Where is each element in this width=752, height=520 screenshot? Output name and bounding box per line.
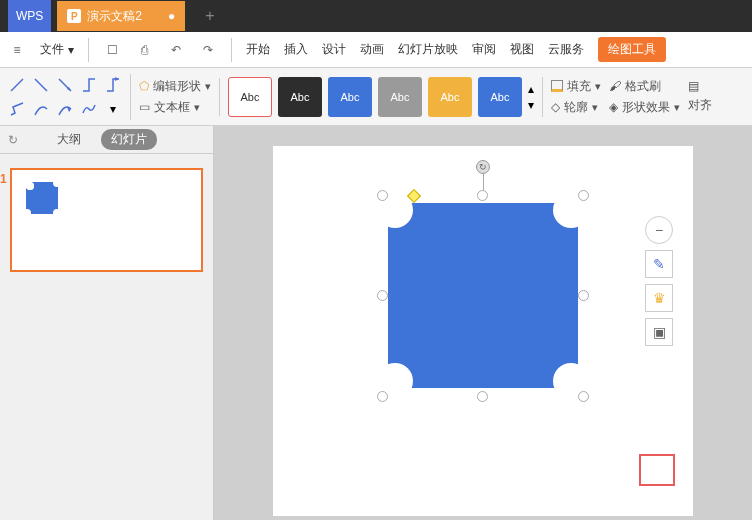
tab-design[interactable]: 设计 — [322, 41, 346, 58]
tab-outline[interactable]: 大纲 — [57, 131, 81, 148]
tab-slides[interactable]: 幻灯片 — [101, 129, 157, 150]
gallery-scroll[interactable]: ▴▾ — [528, 82, 534, 112]
shape-tool-button[interactable]: ♛ — [645, 284, 673, 312]
menubar: ≡ 文件 ▾ ☐ ⎙ ↶ ↷ 开始 插入 设计 动画 幻灯片放映 审阅 视图 云… — [0, 32, 752, 68]
print-icon[interactable]: ⎙ — [135, 41, 153, 59]
align-group: ▤ 对齐 — [688, 79, 712, 114]
save-icon[interactable]: ☐ — [103, 41, 121, 59]
separator — [88, 38, 89, 62]
edit-shape-group: ⬠编辑形状 ▾ ▭文本框 ▾ — [139, 78, 220, 116]
unsaved-dot-icon: ● — [168, 9, 175, 23]
resize-handle-br[interactable] — [578, 391, 589, 402]
shape-style-gallery: Abc Abc Abc Abc Abc Abc ▴▾ — [228, 77, 543, 117]
layers-button[interactable]: ▣ — [645, 318, 673, 346]
svg-line-0 — [11, 79, 23, 91]
resize-handle-tl[interactable] — [377, 190, 388, 201]
fill-button[interactable]: 填充 ▾ — [551, 78, 601, 95]
style-preset-4[interactable]: Abc — [378, 77, 422, 117]
tab-home[interactable]: 开始 — [246, 41, 270, 58]
svg-line-1 — [35, 79, 47, 91]
ribbon-toolbar: ▾ ⬠编辑形状 ▾ ▭文本框 ▾ Abc Abc Abc Abc Abc Abc… — [0, 68, 752, 126]
panel-tabs: ↻ 大纲 幻灯片 — [0, 126, 213, 154]
presentation-icon: P — [67, 9, 81, 23]
style-preset-2[interactable]: Abc — [278, 77, 322, 117]
document-tab[interactable]: P 演示文稿2 ● — [57, 1, 185, 31]
tab-label: 演示文稿2 — [87, 8, 142, 25]
rotation-handle[interactable]: ↻ — [476, 160, 490, 174]
resize-handle-bl[interactable] — [377, 391, 388, 402]
pen-tool-button[interactable]: ✎ — [645, 250, 673, 278]
style-preset-6[interactable]: Abc — [478, 77, 522, 117]
tab-view[interactable]: 视图 — [510, 41, 534, 58]
tab-animation[interactable]: 动画 — [360, 41, 384, 58]
format-group: 填充 ▾ ◇轮廓 ▾ — [551, 78, 601, 116]
workspace: ↻ 大纲 幻灯片 1 ↻ — [0, 126, 752, 520]
refresh-icon[interactable]: ↻ — [8, 133, 18, 147]
shape-effects-button[interactable]: ◈形状效果 ▾ — [609, 99, 680, 116]
textbox-icon: ▭ — [139, 100, 150, 114]
tab-review[interactable]: 审阅 — [472, 41, 496, 58]
tab-slideshow[interactable]: 幻灯片放映 — [398, 41, 458, 58]
separator — [231, 38, 232, 62]
new-tab-button[interactable]: + — [205, 7, 214, 25]
fill-icon — [551, 80, 563, 92]
chevron-down-icon: ▾ — [68, 43, 74, 57]
resize-handle-tr[interactable] — [578, 190, 589, 201]
tab-drawing-tools[interactable]: 绘图工具 — [598, 37, 666, 62]
thumbnail-shape — [26, 182, 58, 214]
resize-handle-t[interactable] — [477, 190, 488, 201]
collapse-button[interactable]: − — [645, 216, 673, 244]
align-icon: ▤ — [688, 79, 699, 93]
resize-handle-b[interactable] — [477, 391, 488, 402]
chevron-up-icon[interactable]: ▴ — [528, 82, 534, 96]
tab-cloud[interactable]: 云服务 — [548, 41, 584, 58]
gallery-more-icon[interactable]: ▾ — [102, 98, 124, 120]
effects-icon: ◈ — [609, 100, 618, 114]
undo-icon[interactable]: ↶ — [167, 41, 185, 59]
snip-corner-rectangle[interactable] — [388, 203, 578, 388]
svg-marker-4 — [115, 77, 119, 81]
format-painter-button[interactable]: 🖌格式刷 — [609, 78, 680, 95]
hamburger-icon[interactable]: ≡ — [8, 41, 26, 59]
edit-shape-button[interactable]: ⬠编辑形状 ▾ — [139, 78, 211, 95]
style-preset-1[interactable]: Abc — [228, 77, 272, 117]
connector-gallery[interactable]: ▾ — [6, 74, 131, 120]
brush-icon: 🖌 — [609, 79, 621, 93]
outline-icon: ◇ — [551, 100, 560, 114]
align-button[interactable]: ▤ — [688, 79, 712, 93]
floating-tools: − ✎ ♛ ▣ — [645, 216, 673, 346]
slide-thumbnail-1[interactable]: 1 — [10, 168, 203, 272]
redo-icon[interactable]: ↷ — [199, 41, 217, 59]
style-preset-3[interactable]: Abc — [328, 77, 372, 117]
style-preset-5[interactable]: Abc — [428, 77, 472, 117]
canvas[interactable]: ↻ − ✎ ♛ ▣ — [214, 126, 752, 520]
text-box-button[interactable]: ▭文本框 ▾ — [139, 99, 211, 116]
edit-shape-icon: ⬠ — [139, 79, 149, 93]
effects-group: 🖌格式刷 ◈形状效果 ▾ — [609, 78, 680, 116]
annotation-highlight — [639, 454, 675, 486]
slide[interactable]: ↻ − ✎ ♛ ▣ — [273, 146, 693, 516]
slide-number: 1 — [0, 172, 7, 186]
thumbnails: 1 — [0, 154, 213, 286]
resize-handle-l[interactable] — [377, 290, 388, 301]
file-menu[interactable]: 文件 ▾ — [40, 41, 74, 58]
outline-button[interactable]: ◇轮廓 ▾ — [551, 99, 601, 116]
titlebar: WPS P 演示文稿2 ● + — [0, 0, 752, 32]
tab-insert[interactable]: 插入 — [284, 41, 308, 58]
slides-panel: ↻ 大纲 幻灯片 1 — [0, 126, 214, 520]
app-logo: WPS — [8, 0, 51, 32]
selected-shape[interactable]: ↻ — [383, 196, 583, 396]
chevron-down-icon[interactable]: ▾ — [528, 98, 534, 112]
resize-handle-r[interactable] — [578, 290, 589, 301]
